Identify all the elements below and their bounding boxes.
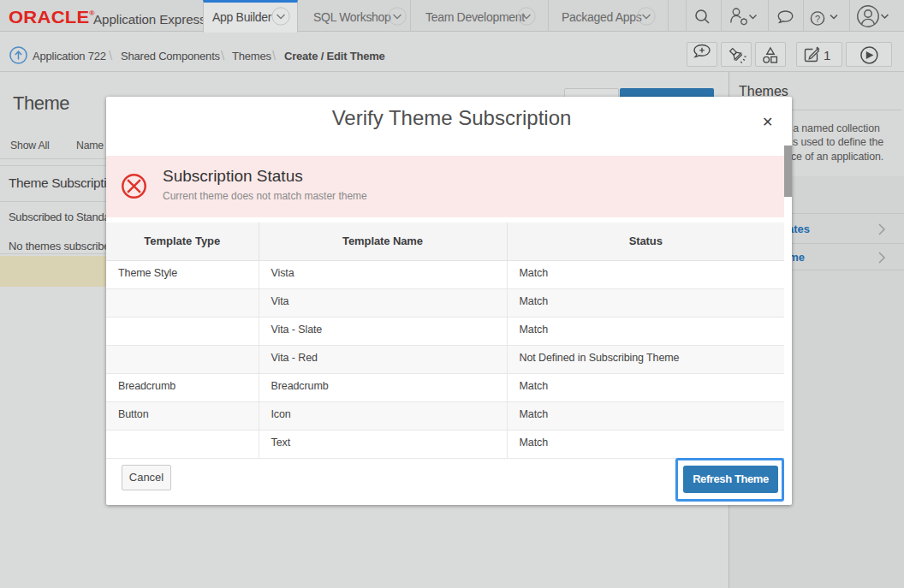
- svg-text:?: ?: [815, 14, 820, 24]
